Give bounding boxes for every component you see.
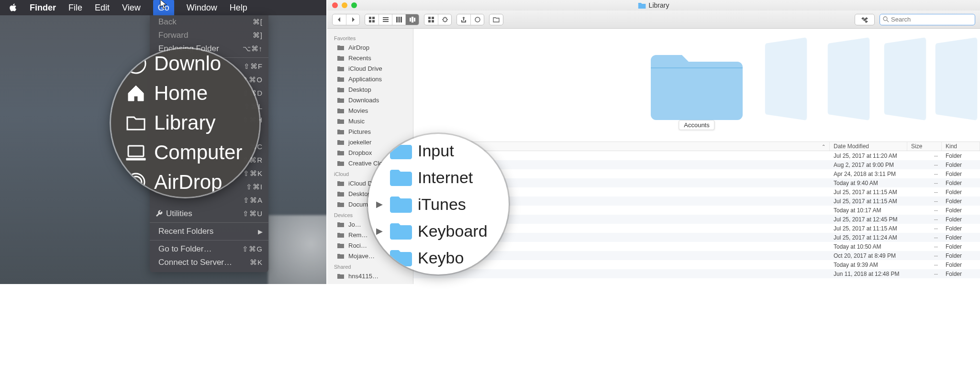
go-recent-folders[interactable]: Recent Folders ▶	[150, 225, 268, 238]
share-button[interactable]	[457, 14, 470, 25]
close-button[interactable]	[332, 2, 338, 8]
sidebar-item[interactable]: Pictures	[327, 126, 413, 137]
nav-buttons	[332, 14, 360, 25]
new-folder-button[interactable]	[490, 14, 503, 25]
sidebar-item-label: Downloads	[348, 97, 379, 104]
cell-date: Aug 2, 2017 at 9:00 PM	[830, 162, 907, 168]
folder-icon	[389, 221, 412, 241]
menubar-help[interactable]: Help	[230, 3, 247, 13]
icon-view-button[interactable]	[365, 14, 379, 25]
sidebar-item[interactable]: Downloads	[327, 95, 413, 105]
search-input[interactable]	[891, 16, 972, 23]
arrange-button-group	[424, 14, 452, 25]
search-icon	[883, 16, 889, 22]
minimize-button[interactable]	[342, 2, 347, 8]
cell-size: --	[907, 171, 942, 177]
zoom2-row[interactable]: ▶Keyboard	[371, 218, 509, 244]
menubar-view[interactable]: View	[122, 3, 141, 13]
back-button[interactable]	[333, 14, 346, 25]
folder-icon	[389, 168, 412, 187]
cell-date: Jul 25, 2017 at 11:24 AM	[830, 234, 907, 241]
sidebar-section-favorites: Favorites	[327, 33, 413, 42]
coverflow-center-folder[interactable]	[647, 47, 746, 123]
menubar-edit[interactable]: Edit	[95, 3, 110, 13]
sidebar-item[interactable]: Recents	[327, 53, 413, 63]
table-row[interactable]: Jun 11, 2018 at 12:48 PM--Folder	[413, 269, 980, 278]
zoom-row-computer[interactable]: Computer	[125, 138, 259, 167]
sidebar-item-label: Pictures	[348, 128, 371, 135]
go-shortcut[interactable]: ⇧⌘A	[150, 194, 268, 207]
apple-menu-icon[interactable]	[9, 3, 17, 12]
cell-size: --	[907, 198, 942, 205]
submenu-arrow-icon: ▶	[258, 228, 263, 235]
coverflow-view-button[interactable]	[405, 14, 419, 25]
go-to-folder[interactable]: Go to Folder… ⇧⌘G	[150, 242, 268, 256]
col-kind[interactable]: Kind	[942, 142, 980, 151]
sidebar-item-label: AirDrop	[348, 44, 369, 51]
cell-kind: Folder	[942, 198, 980, 205]
zoom-button[interactable]	[351, 2, 357, 8]
folder-button-group	[489, 14, 503, 25]
disclosure-triangle-icon: ▶	[376, 226, 383, 236]
folder-icon	[389, 195, 412, 214]
search-box[interactable]	[880, 14, 975, 25]
menubar-file[interactable]: File	[68, 3, 82, 13]
zoom2-row[interactable]: ▶iTunes	[371, 191, 509, 218]
cell-date: Today at 10:50 AM	[830, 243, 907, 250]
sidebar-item[interactable]: Music	[327, 116, 413, 126]
col-size[interactable]: Size	[907, 142, 942, 151]
cell-kind: Folder	[942, 243, 980, 250]
table-row[interactable]: Today at 10:50 AM--Folder	[413, 242, 980, 251]
table-row[interactable]: Jul 25, 2017 at 11:20 AM--Folder	[413, 151, 980, 160]
sidebar-item-label: Desktop	[348, 190, 371, 197]
cell-size: --	[907, 271, 942, 277]
svg-rect-5	[369, 17, 371, 19]
go-utilities[interactable]: Utilities ⇧⌘U	[150, 207, 268, 220]
zoom-row-home[interactable]: Home	[125, 78, 259, 108]
sidebar-item[interactable]: Applications	[327, 74, 413, 84]
window-title: Library	[638, 1, 669, 9]
svg-rect-14	[414, 18, 415, 22]
cell-date: Jul 25, 2017 at 11:20 AM	[830, 153, 907, 159]
svg-rect-17	[428, 20, 431, 22]
view-buttons	[365, 14, 419, 25]
cell-date: Today at 9:39 AM	[830, 262, 907, 268]
sidebar-item[interactable]: hns4115…	[327, 271, 413, 281]
cell-date: Jul 25, 2017 at 11:15 AM	[830, 225, 907, 232]
macos-menubar: Finder File Edit View Go Window Help	[0, 0, 326, 15]
coverflow-area[interactable]: Accounts	[413, 29, 980, 142]
column-view-button[interactable]	[392, 14, 405, 25]
coverflow-label: Accounts	[679, 120, 714, 130]
action-button[interactable]	[438, 14, 451, 25]
cell-size: --	[907, 262, 942, 268]
cell-date: Jul 25, 2017 at 11:15 AM	[830, 189, 907, 196]
sidebar-item-label: Jo…	[348, 221, 361, 228]
menubar-window[interactable]: Window	[187, 3, 217, 13]
go-connect-server[interactable]: Connect to Server… ⌘K	[150, 256, 268, 269]
sidebar-item-label: Movies	[348, 107, 368, 114]
menubar-go[interactable]: Go	[153, 0, 174, 16]
menubar-app[interactable]: Finder	[30, 3, 56, 13]
cell-kind: Folder	[942, 271, 980, 277]
cell-size: --	[907, 207, 942, 214]
sidebar-item[interactable]: Movies	[327, 105, 413, 116]
arrange-button[interactable]	[424, 14, 438, 25]
cell-date: Apr 24, 2018 at 3:11 PM	[830, 171, 907, 177]
cell-date: Today at 9:40 AM	[830, 180, 907, 186]
sidebar-item[interactable]: AirDrop	[327, 42, 413, 53]
list-view-button[interactable]	[379, 14, 392, 25]
svg-rect-6	[372, 17, 375, 19]
zoom2-row[interactable]: Internet	[371, 164, 509, 191]
zoom-row-library[interactable]: Library	[125, 108, 259, 138]
dropbox-button[interactable]	[855, 14, 874, 25]
table-row[interactable]: Today at 9:39 AM--Folder	[413, 260, 980, 269]
sidebar-item[interactable]: iCloud Drive	[327, 63, 413, 74]
tags-button[interactable]	[470, 14, 484, 25]
forward-button[interactable]	[346, 14, 359, 25]
svg-rect-11	[401, 17, 402, 22]
table-row[interactable]: Oct 20, 2017 at 8:49 PM--Folder	[413, 251, 980, 260]
col-date[interactable]: Date Modified	[830, 142, 907, 151]
cell-kind: Folder	[942, 207, 980, 214]
coverflow-side-folder	[765, 37, 807, 120]
sidebar-item[interactable]: Desktop	[327, 84, 413, 95]
